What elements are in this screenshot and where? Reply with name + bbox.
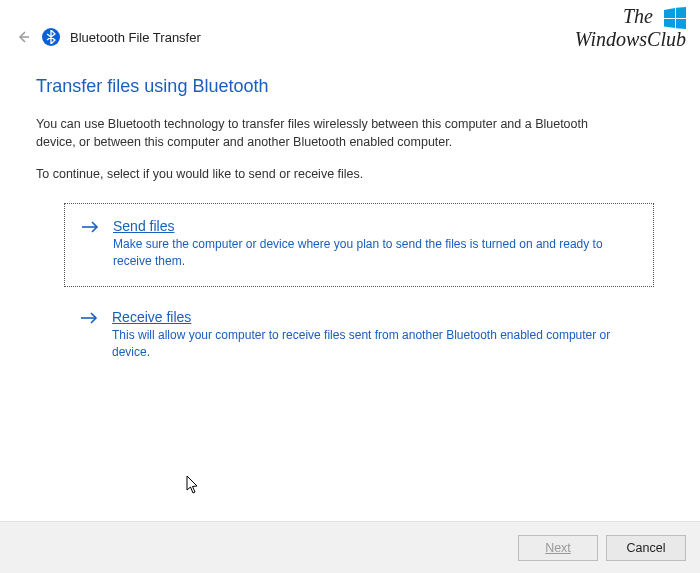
content: Transfer files using Bluetooth You can u… — [0, 46, 700, 376]
option-send-body: Send files Make sure the computer or dev… — [113, 218, 637, 270]
svg-marker-3 — [676, 19, 686, 29]
page-heading: Transfer files using Bluetooth — [36, 76, 664, 97]
option-send-subtitle: Make sure the computer or device where y… — [113, 236, 637, 270]
page-instruction: To continue, select if you would like to… — [36, 167, 664, 181]
watermark: The WindowsClub — [575, 6, 686, 50]
svg-marker-2 — [664, 19, 675, 28]
back-arrow-icon[interactable] — [14, 28, 32, 46]
window-title: Bluetooth File Transfer — [70, 30, 201, 45]
watermark-line2: WindowsClub — [575, 28, 686, 50]
bluetooth-icon — [42, 28, 60, 46]
option-send-title: Send files — [113, 218, 637, 234]
option-receive-title: Receive files — [112, 309, 638, 325]
cancel-button[interactable]: Cancel — [606, 535, 686, 561]
option-receive-subtitle: This will allow your computer to receive… — [112, 327, 638, 361]
arrow-right-icon — [80, 309, 100, 361]
mouse-cursor-icon — [186, 475, 202, 498]
watermark-line1: The — [623, 5, 653, 27]
arrow-right-icon — [81, 218, 101, 270]
watermark-logo-icon — [664, 7, 686, 29]
footer: Next Cancel — [0, 521, 700, 573]
svg-marker-0 — [664, 8, 675, 18]
next-button: Next — [518, 535, 598, 561]
option-receive-files[interactable]: Receive files This will allow your compu… — [64, 295, 654, 377]
page-description: You can use Bluetooth technology to tran… — [36, 115, 596, 151]
option-receive-body: Receive files This will allow your compu… — [112, 309, 638, 361]
option-send-files[interactable]: Send files Make sure the computer or dev… — [64, 203, 654, 287]
svg-marker-1 — [676, 7, 686, 18]
